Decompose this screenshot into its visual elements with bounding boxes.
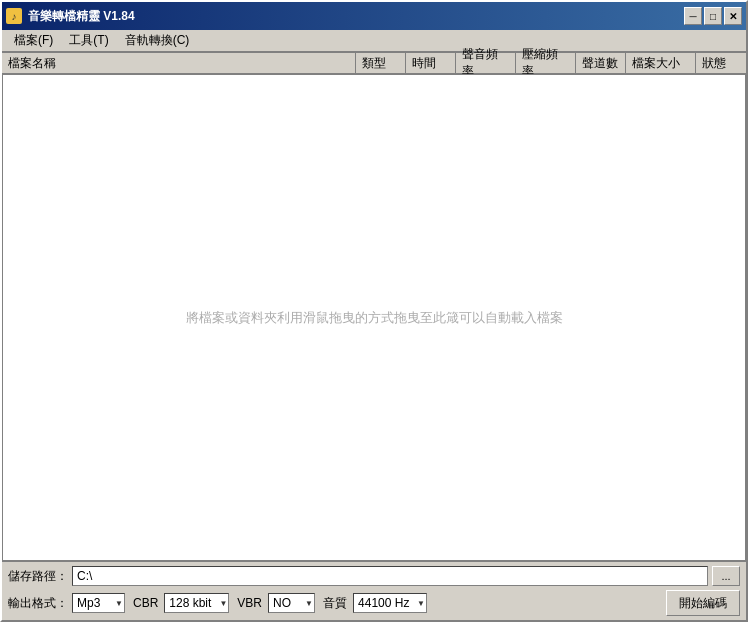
- format-select[interactable]: Mp3 AAC WMA OGG WAV FLAC: [72, 593, 125, 613]
- col-header-sample-rate: 聲音頻率: [456, 53, 516, 73]
- title-bar-left: ♪ 音樂轉檔精靈 V1.84: [6, 8, 135, 25]
- title-bar: ♪ 音樂轉檔精靈 V1.84 ─ □ ✕: [2, 2, 746, 30]
- quality-select[interactable]: 44100 Hz 22050 Hz 11025 Hz 8000 Hz: [353, 593, 427, 613]
- menu-file[interactable]: 檔案(F): [6, 30, 61, 51]
- storage-row: 儲存路徑： ...: [8, 566, 740, 586]
- col-header-time: 時間: [406, 53, 456, 73]
- col-header-filename: 檔案名稱: [2, 53, 356, 73]
- bitrate-select[interactable]: 128 kbit 64 kbit 96 kbit 192 kbit 256 kb…: [164, 593, 229, 613]
- output-label: 輸出格式：: [8, 595, 68, 612]
- vbr-select[interactable]: NO YES: [268, 593, 315, 613]
- menu-bar: 檔案(F) 工具(T) 音軌轉換(C): [2, 30, 746, 52]
- storage-path-input[interactable]: [72, 566, 708, 586]
- col-header-filesize: 檔案大小: [626, 53, 696, 73]
- cbr-label: CBR: [133, 596, 158, 610]
- title-bar-buttons: ─ □ ✕: [684, 7, 742, 25]
- drag-hint-text: 將檔案或資料夾利用滑鼠拖曳的方式拖曳至此箴可以自動載入檔案: [186, 309, 563, 327]
- format-select-wrapper: Mp3 AAC WMA OGG WAV FLAC ▼: [72, 593, 125, 613]
- close-button[interactable]: ✕: [724, 7, 742, 25]
- col-header-status: 狀態: [696, 53, 746, 73]
- maximize-button[interactable]: □: [704, 7, 722, 25]
- storage-label: 儲存路徑：: [8, 568, 68, 585]
- col-header-bitrate: 壓縮頻率: [516, 53, 576, 73]
- main-window: ♪ 音樂轉檔精靈 V1.84 ─ □ ✕ 檔案(F) 工具(T) 音軌轉換(C)…: [0, 0, 748, 622]
- app-icon: ♪: [6, 8, 22, 24]
- browse-button[interactable]: ...: [712, 566, 740, 586]
- menu-audio-convert[interactable]: 音軌轉換(C): [117, 30, 198, 51]
- col-header-type: 類型: [356, 53, 406, 73]
- minimize-button[interactable]: ─: [684, 7, 702, 25]
- quality-label: 音質: [323, 595, 347, 612]
- bottom-panel: 儲存路徑： ... 輸出格式： Mp3 AAC WMA OGG WAV FLAC…: [2, 561, 746, 620]
- encode-button[interactable]: 開始編碼: [666, 590, 740, 616]
- window-title: 音樂轉檔精靈 V1.84: [28, 8, 135, 25]
- quality-select-wrapper: 44100 Hz 22050 Hz 11025 Hz 8000 Hz ▼: [353, 593, 427, 613]
- col-header-channels: 聲道數: [576, 53, 626, 73]
- table-header: 檔案名稱 類型 時間 聲音頻率 壓縮頻率 聲道數 檔案大小 狀態: [2, 52, 746, 74]
- file-drop-area[interactable]: 將檔案或資料夾利用滑鼠拖曳的方式拖曳至此箴可以自動載入檔案: [2, 74, 746, 561]
- vbr-label: VBR: [237, 596, 262, 610]
- bitrate-select-wrapper: 128 kbit 64 kbit 96 kbit 192 kbit 256 kb…: [164, 593, 229, 613]
- vbr-select-wrapper: NO YES ▼: [268, 593, 315, 613]
- menu-tools[interactable]: 工具(T): [61, 30, 116, 51]
- output-row: 輸出格式： Mp3 AAC WMA OGG WAV FLAC ▼ CBR 128…: [8, 590, 740, 616]
